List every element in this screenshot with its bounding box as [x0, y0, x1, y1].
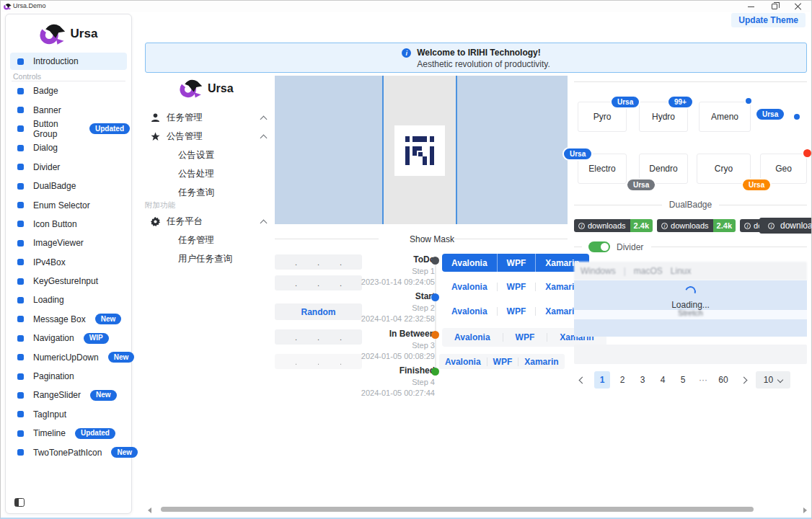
welcome-banner: i Welcome to IRIHI Technology! Aesthetic…: [145, 43, 807, 73]
timeline-time: 2024-01-05 00:27:44: [338, 389, 435, 397]
scroll-right-icon[interactable]: [803, 507, 807, 513]
nav-item-task-management[interactable]: 任务管理: [145, 231, 272, 249]
nav-group-label: 任务平台: [167, 216, 203, 228]
close-button[interactable]: [787, 1, 809, 12]
mask-edge-line[interactable]: [456, 76, 457, 224]
sidebar-item-imageviewer[interactable]: ImageViewer: [10, 234, 130, 252]
prev-page-button[interactable]: [574, 371, 590, 389]
nav-group-announcement-management[interactable]: 公告管理: [145, 127, 272, 146]
item-bullet-icon: [17, 58, 24, 65]
maximize-button[interactable]: [764, 1, 785, 12]
sidebar-item-label: Banner: [33, 105, 61, 115]
sidebar-item-navigation[interactable]: NavigationWIP: [10, 329, 130, 347]
sidebar-item-badge[interactable]: Badge: [10, 81, 130, 100]
sidebar-item-divider[interactable]: Divider: [10, 158, 130, 177]
avalonia-button[interactable]: Avalonia: [439, 354, 487, 369]
wpf-button[interactable]: WPF: [498, 279, 536, 295]
sidebar-section-label: Controls: [13, 72, 41, 81]
chevron-left-icon: [578, 376, 586, 383]
nav-item-user-task-query[interactable]: 用户任务查询: [145, 249, 272, 268]
sidebar-item-twotonepathicon[interactable]: TwoTonePathIconNew: [10, 443, 130, 461]
sidebar-item-banner[interactable]: Banner: [10, 100, 130, 119]
nav-group-label: 任务管理: [167, 112, 203, 124]
sidebar-logo-text: Ursa: [71, 27, 98, 41]
chevron-up-icon: [260, 220, 268, 227]
dot-badge: [744, 97, 753, 105]
divider-demo: Divider: [574, 241, 807, 252]
sidebar-item-icon-button[interactable]: Icon Button: [10, 215, 130, 234]
wpf-button[interactable]: WPF: [487, 354, 518, 369]
image-viewer[interactable]: [275, 76, 568, 224]
avalonia-button[interactable]: Avalonia: [442, 279, 497, 295]
nav-item-task-query[interactable]: 任务查询: [145, 183, 272, 202]
nav-group-task-platform[interactable]: 任务平台: [145, 212, 272, 231]
next-page-button[interactable]: [736, 371, 751, 389]
scroll-left-icon[interactable]: [148, 507, 151, 513]
title-bar: Ursa.Demo: [1, 1, 811, 12]
sidebar-item-timeline[interactable]: TimelineUpdated: [10, 424, 130, 443]
divider-toggle[interactable]: [588, 241, 610, 252]
page-button-1[interactable]: 1: [594, 371, 610, 389]
update-theme-button[interactable]: Update Theme: [731, 13, 806, 27]
count-badge: 99+: [667, 95, 694, 109]
status-badge: New: [108, 352, 135, 363]
nav-item-announcement-settings[interactable]: 公告设置: [145, 146, 272, 164]
page-button-4[interactable]: 4: [655, 371, 671, 389]
mask-edge-line[interactable]: [382, 76, 384, 224]
sidebar-collapse-icon[interactable]: [14, 498, 25, 507]
page-button-60[interactable]: 60: [715, 371, 731, 389]
avalonia-button[interactable]: Avalonia: [442, 303, 497, 319]
sidebar-item-taginput[interactable]: TagInput: [10, 405, 130, 424]
tab-linux[interactable]: Linux: [671, 266, 692, 276]
sidebar-item-dialog[interactable]: Dialog: [10, 138, 130, 157]
horizontal-scrollbar[interactable]: [142, 505, 811, 514]
app-logo-icon: [4, 3, 12, 10]
tab-windows[interactable]: Windows: [581, 266, 616, 276]
downloads-badge: idownloads2.4k: [657, 219, 736, 232]
tab-macos[interactable]: macOS: [634, 266, 663, 276]
wpf-button[interactable]: WPF: [498, 303, 536, 319]
page-size-value: 10: [764, 375, 773, 385]
sidebar-item-rangeslider[interactable]: RangeSliderNew: [10, 386, 130, 404]
page-button-2[interactable]: 2: [614, 371, 630, 389]
timeline-time: 2024-01-05 00:08:29: [338, 352, 435, 360]
chevron-up-icon: [260, 116, 268, 123]
wpf-button[interactable]: WPF: [498, 254, 536, 272]
xamarin-button[interactable]: Xamarin: [518, 354, 564, 369]
item-bullet-icon: [17, 183, 24, 190]
timeline-title: Start: [338, 291, 435, 301]
sidebar-item-pagination[interactable]: Pagination: [10, 367, 130, 386]
window-title: Ursa.Demo: [13, 2, 46, 9]
dot-badge-red: [802, 148, 812, 159]
divider-line: [454, 239, 568, 239]
sidebar-item-button-group[interactable]: Button GroupUpdated: [10, 120, 130, 138]
sidebar-item-keygestureinput[interactable]: KeyGestureInput: [10, 272, 130, 290]
status-badge: WIP: [84, 333, 109, 344]
page-size-select[interactable]: 10: [756, 371, 790, 389]
sidebar-item-numericupdown[interactable]: NumericUpDownNew: [10, 347, 130, 366]
timeline-line: [435, 262, 436, 371]
sidebar-item-introduction[interactable]: Introduction: [10, 53, 127, 70]
card-label: Pyro: [593, 112, 612, 122]
info-icon: i: [661, 223, 668, 229]
sidebar-item-ipv4box[interactable]: IPv4Box: [10, 253, 130, 272]
avalonia-button[interactable]: Avalonia: [442, 254, 497, 272]
page-ellipsis[interactable]: ···: [695, 371, 711, 389]
sidebar-item-loading[interactable]: Loading: [10, 290, 130, 309]
sidebar-item-enum-selector[interactable]: Enum Selector: [10, 195, 130, 214]
page-button-3[interactable]: 3: [635, 371, 650, 389]
sidebar-item-message-box[interactable]: Message BoxNew: [10, 310, 130, 329]
nav-group-task-management[interactable]: 任务管理: [145, 108, 272, 127]
button-group-borderless: Avalonia WPF Xamarin: [442, 279, 589, 295]
timeline-dot: [431, 293, 439, 301]
card-label: Dendro: [649, 164, 677, 174]
minimize-button[interactable]: [740, 1, 762, 12]
nav-item-label: 任务管理: [178, 234, 214, 247]
avalonia-button[interactable]: Avalonia: [442, 328, 503, 347]
scrollbar-thumb[interactable]: [161, 507, 754, 512]
nav-item-announcement-processing[interactable]: 公告处理: [145, 164, 272, 183]
page-button-5[interactable]: 5: [675, 371, 691, 389]
sidebar-item-dualbadge[interactable]: DualBadge: [10, 177, 130, 195]
item-bullet-icon: [17, 164, 24, 170]
wpf-button[interactable]: WPF: [503, 328, 547, 347]
